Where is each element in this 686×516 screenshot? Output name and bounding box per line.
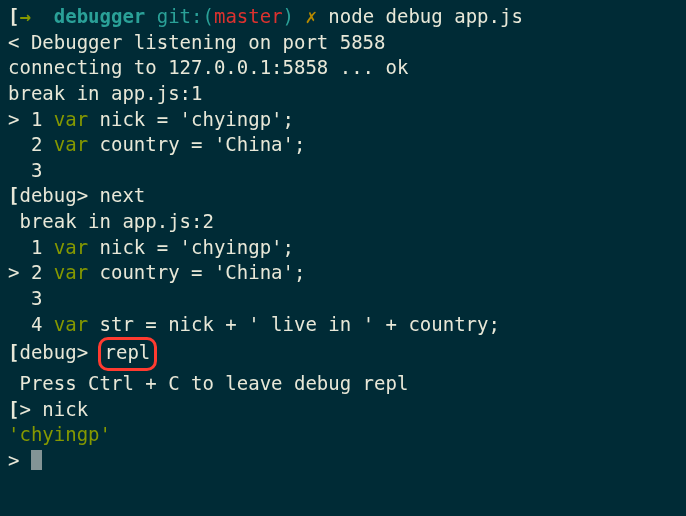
source-line: 2 var country = 'China'; xyxy=(8,132,678,158)
keyword-var: var xyxy=(54,108,88,130)
cursor-icon xyxy=(31,450,42,470)
git-close: ) xyxy=(283,5,294,27)
source-line: 4 var str = nick + ' live in ' + country… xyxy=(8,312,678,338)
debug-label: debug> xyxy=(19,341,99,363)
debug-prompt-line[interactable]: [debug> repl xyxy=(8,337,678,371)
git-dirty-icon: ✗ xyxy=(294,5,328,27)
repl-prompt-line[interactable]: > xyxy=(8,448,678,474)
repl-hint: Press Ctrl + C to leave debug repl xyxy=(8,371,678,397)
debug-label: debug> xyxy=(19,184,99,206)
repl-command: nick xyxy=(42,398,88,420)
repl-prompt-line[interactable]: [> nick xyxy=(8,397,678,423)
source-line: 1 var nick = 'chyingp'; xyxy=(8,235,678,261)
source-line: 3 xyxy=(8,158,678,184)
keyword-var: var xyxy=(54,261,88,283)
bracket-open: [ xyxy=(8,5,19,27)
highlight-annotation: repl xyxy=(98,337,158,371)
command-text: node debug app.js xyxy=(328,5,522,27)
git-branch: master xyxy=(214,5,283,27)
bracket-open: [ xyxy=(8,341,19,363)
debug-command: next xyxy=(100,184,146,206)
debug-prompt-line[interactable]: [debug> next xyxy=(8,183,678,209)
git-label: git:( xyxy=(145,5,214,27)
source-line: 3 xyxy=(8,286,678,312)
repl-gt: > xyxy=(19,398,42,420)
break-line: break in app.js:1 xyxy=(8,81,678,107)
keyword-var: var xyxy=(54,236,88,258)
bracket-open: [ xyxy=(8,184,19,206)
source-line: > 2 var country = 'China'; xyxy=(8,260,678,286)
arrow-icon: → xyxy=(19,5,30,27)
source-line: > 1 var nick = 'chyingp'; xyxy=(8,107,678,133)
keyword-var: var xyxy=(54,133,88,155)
output-line: connecting to 127.0.0.1:5858 ... ok xyxy=(8,55,678,81)
bracket-open: [ xyxy=(8,398,19,420)
debug-command: repl xyxy=(105,341,151,363)
keyword-var: var xyxy=(54,313,88,335)
repl-gt: > xyxy=(8,449,31,471)
shell-prompt-line[interactable]: [→ debugger git:(master) ✗ node debug ap… xyxy=(8,4,678,30)
break-line: break in app.js:2 xyxy=(8,209,678,235)
cwd: debugger xyxy=(31,5,145,27)
repl-result: 'chyingp' xyxy=(8,422,678,448)
output-line: < Debugger listening on port 5858 xyxy=(8,30,678,56)
